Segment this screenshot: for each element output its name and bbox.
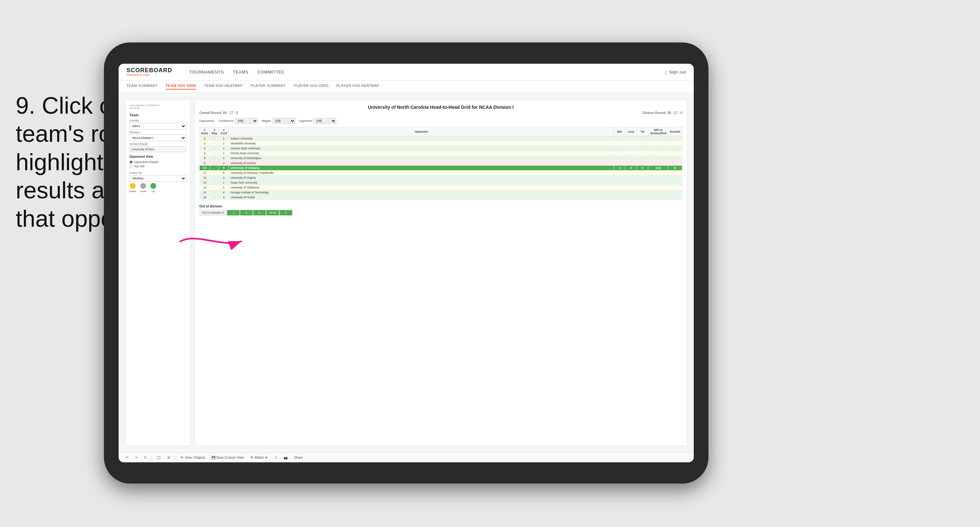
table-row[interactable]: 15-4Georgia Institute of Technology: [200, 190, 682, 195]
radio-opponents-played[interactable]: Opponents Played: [129, 161, 186, 164]
col-rounds: Rounds: [668, 127, 682, 136]
out-div-rounds: 3: [279, 210, 293, 216]
step-number: 9.: [16, 92, 35, 119]
copy-button[interactable]: 📋: [155, 455, 163, 460]
colour-by-label: Colour by: [129, 171, 186, 175]
print-button[interactable]: 📷: [282, 455, 290, 460]
down-circle: [130, 183, 135, 189]
out-div-tie: 0: [253, 210, 266, 216]
conference-select[interactable]: (All): [235, 118, 258, 124]
data-table: # Rank # Reg # Conf Opponent Win Loss Ti…: [199, 127, 682, 200]
logo-sub: Powered by clippi: [126, 73, 172, 77]
panel-timestamp: Last Updated: 27/03/2024 16:55:38: [129, 104, 186, 110]
grid-records: Overall Record: 89 - 17 - 0 Division Rec…: [199, 111, 682, 115]
eye-icon: 👁: [180, 456, 184, 459]
col-rank: # Rank: [200, 127, 210, 136]
out-div-row: NCAA Division II 1 0 0 26.00 3: [199, 210, 682, 216]
legend-level: Level: [140, 183, 146, 193]
gender-label: Gender: [129, 119, 186, 122]
out-of-division: Out of division NCAA Division II 1 0 0 2…: [199, 205, 682, 216]
nav-tournaments[interactable]: TOURNAMENTS: [189, 70, 224, 75]
division-select[interactable]: NCAA Division I: [129, 135, 186, 141]
sub-nav: TEAM SUMMARY TEAM H2H GRID TEAM H2H HEAT…: [119, 81, 694, 93]
nav-links: TOURNAMENTS TEAMS COMMITTEE: [189, 70, 284, 75]
redo-button[interactable]: ↷: [133, 455, 140, 460]
table-row[interactable]: 16-3University of Florida: [200, 195, 682, 200]
legend-up: Up: [150, 183, 156, 193]
table-row[interactable]: 10-5University of Alabama3002.618: [200, 166, 682, 170]
table-row[interactable]: 3-2Vanderbilt University: [200, 141, 682, 146]
radio-dot-empty: [129, 165, 133, 168]
division-label: Division: [129, 131, 186, 134]
watch-icon: 👁: [250, 456, 254, 459]
division-record: Division Record: 88 - 17 - 0: [643, 111, 682, 115]
nav-teams[interactable]: TEAMS: [233, 70, 248, 75]
region-filter: Region (All): [262, 118, 295, 124]
nav-committee[interactable]: COMMITTEE: [258, 70, 285, 75]
filters-row: Opponents: Conference (All) Region (All): [199, 118, 682, 124]
out-div-label: NCAA Division II: [199, 210, 227, 216]
left-panel: Last Updated: 27/03/2024 16:55:38 Team G…: [125, 100, 191, 446]
up-circle: [150, 183, 156, 189]
opponent-select[interactable]: (All): [313, 118, 336, 124]
save-icon: 💾: [212, 456, 215, 459]
table-row[interactable]: 12-3University of Virginia: [200, 175, 682, 180]
col-loss: Loss: [625, 127, 637, 136]
watch-button[interactable]: 👁 Watch ▼: [248, 455, 270, 460]
tab-team-h2h-grid[interactable]: TEAM H2H GRID: [165, 84, 196, 89]
logo-text: SCOREBOARD: [126, 67, 172, 74]
grid-title: University of North Carolina Head-to-Hea…: [199, 105, 682, 110]
tab-player-h2h-heatmap[interactable]: PLAYER H2H HEATMAP: [336, 84, 379, 89]
reset-button[interactable]: ↻: [142, 455, 149, 460]
tab-team-summary[interactable]: TEAM SUMMARY: [126, 84, 158, 89]
school-value[interactable]: University of Nort...: [129, 146, 186, 152]
opponent-view-title: Opponent View: [129, 155, 186, 158]
nav-sep: |: [665, 70, 666, 75]
logo-area: SCOREBOARD Powered by clippi: [126, 67, 172, 77]
region-select[interactable]: (All): [272, 118, 295, 124]
sign-out-link[interactable]: Sign out: [669, 70, 686, 75]
view-original-button[interactable]: 👁 View: Original: [178, 455, 207, 460]
colour-legend: Down Level Up: [129, 183, 186, 193]
radio-group: Opponents Played Top 100: [129, 161, 186, 168]
right-panel: University of North Carolina Head-to-Hea…: [194, 100, 687, 446]
overall-record: Overall Record: 89 - 17 - 0: [199, 111, 238, 115]
col-conf: # Conf: [219, 127, 228, 136]
col-diff: Diff Av Strokes/Rnd: [648, 127, 668, 136]
save-custom-button[interactable]: 💾 Save Custom View: [210, 455, 246, 460]
share-button[interactable]: Share: [292, 455, 305, 460]
tablet-device: SCOREBOARD Powered by clippi TOURNAMENTS…: [104, 43, 708, 484]
col-win: Win: [614, 127, 625, 136]
table-row[interactable]: 6-2Florida State University: [200, 151, 682, 156]
level-circle: [140, 183, 146, 189]
colour-section: Colour by Win/loss Down Level: [129, 171, 186, 193]
table-row[interactable]: 11-6University of Arkansas, Fayetteville: [200, 170, 682, 175]
settings-button[interactable]: ⚙: [165, 455, 172, 460]
radio-dot-filled: [129, 161, 133, 164]
tablet-screen: SCOREBOARD Powered by clippi TOURNAMENTS…: [119, 64, 694, 462]
table-row[interactable]: 9-3University of Arizona: [200, 161, 682, 166]
col-opponent: Opponent: [229, 127, 614, 136]
table-row[interactable]: 13-1Texas Tech University: [200, 180, 682, 185]
opponent-filter: Opponent (All): [299, 118, 337, 124]
tab-player-h2h-grid[interactable]: PLAYER H2H GRID: [294, 84, 329, 89]
legend-down: Down: [129, 183, 136, 193]
team-section-title: Team: [129, 113, 186, 117]
school-label: School (Rank): [129, 142, 186, 146]
export-button[interactable]: ⇩: [272, 455, 279, 460]
nav-bar: SCOREBOARD Powered by clippi TOURNAMENTS…: [119, 64, 694, 81]
table-row[interactable]: 2-1Auburn University: [200, 136, 682, 141]
out-div-loss: 0: [240, 210, 253, 216]
main-content: Last Updated: 27/03/2024 16:55:38 Team G…: [119, 93, 694, 452]
gender-select[interactable]: Men's: [129, 123, 186, 129]
col-reg: # Reg: [210, 127, 219, 136]
colour-by-select[interactable]: Win/loss: [129, 175, 186, 182]
undo-button[interactable]: ↶: [124, 455, 130, 460]
table-row[interactable]: 8-2University of Washington: [200, 156, 682, 161]
tab-player-summary[interactable]: PLAYER SUMMARY: [251, 84, 286, 89]
table-row[interactable]: 4-1Arizona State University: [200, 146, 682, 151]
tab-team-h2h-heatmap[interactable]: TEAM H2H HEATMAP: [204, 84, 243, 89]
nav-right: | Sign out: [665, 70, 686, 75]
radio-top100[interactable]: Top 100: [129, 165, 186, 168]
table-row[interactable]: 14-2University of Oklahoma: [200, 185, 682, 190]
